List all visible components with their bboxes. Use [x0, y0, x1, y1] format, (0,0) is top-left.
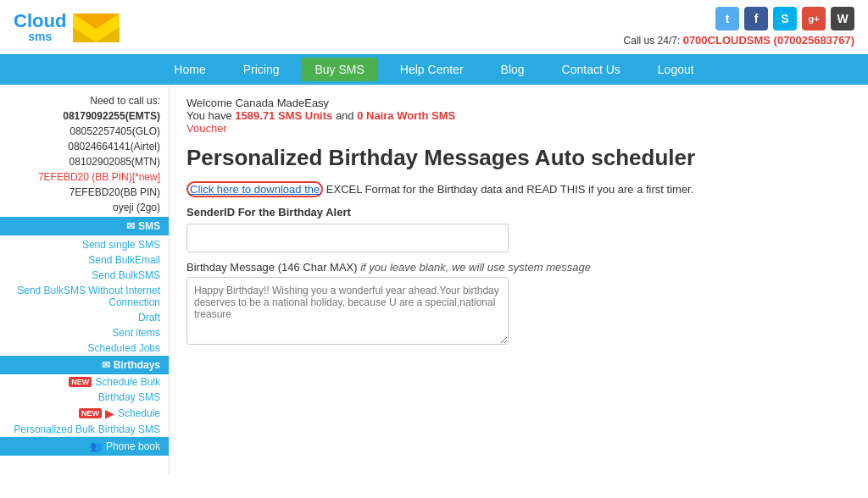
schedule-link[interactable]: NEW ▶ Schedule [0, 405, 169, 422]
envelope-icon: ✉ [126, 220, 135, 232]
wordpress-icon[interactable]: W [831, 7, 854, 30]
phone-bbpin-new: 7EFEBD20 (BB PIN)[*new] [0, 169, 169, 185]
twitter-icon[interactable]: t [715, 7, 739, 30]
voucher-link[interactable]: Voucher [186, 122, 227, 135]
facebook-icon[interactable]: f [744, 7, 768, 30]
nav-contact-us[interactable]: Contact Us [543, 54, 639, 85]
new-badge-schedule: NEW [79, 408, 102, 418]
download-link-row: Click here to download the EXCEL Format … [186, 183, 851, 196]
schedule-bulk-label: Schedule Bulk [95, 376, 160, 388]
send-bulk-email-link[interactable]: Send BulkEmail [0, 252, 169, 268]
need-to-call-label: Need to call us: [0, 93, 169, 108]
skype-icon[interactable]: S [773, 7, 797, 30]
draft-link[interactable]: Draft [0, 310, 169, 325]
logo-envelope-icon [73, 9, 120, 45]
header-right: t f S g+ W Call us 24/7: 0700CLOUDSMS (0… [624, 7, 854, 47]
phone-bbpin: 7EFEBD20(BB PIN) [0, 185, 169, 200]
scheduled-jobs-link[interactable]: Scheduled Jobs [0, 340, 169, 356]
navigation: Home Pricing Buy SMS Help Center Blog Co… [0, 54, 868, 85]
sms-units: 1589.71 SMS Units [235, 109, 332, 122]
envelope2-icon: ✉ [102, 359, 110, 371]
nav-logout[interactable]: Logout [639, 54, 713, 85]
sender-id-label: SenderID For the Birthday Alert [186, 206, 851, 219]
person-icon: 👥 [90, 440, 103, 452]
social-icons: t f S g+ W [624, 7, 854, 30]
google-plus-icon[interactable]: g+ [802, 7, 826, 30]
logo: Cloud sms [14, 9, 120, 45]
call-us-label: Call us 24/7: 0700CLOUDSMS (070025683767… [624, 34, 854, 47]
phone-book-section: 👥 Phone book [0, 437, 169, 456]
personalized-bulk-birthday-link[interactable]: Personalized Bulk Birthday SMS [0, 422, 169, 437]
download-rest-text: EXCEL Format for the Birthday data and R… [326, 183, 694, 196]
send-single-sms-link[interactable]: Send single SMS [0, 237, 169, 252]
sms-section-header: ✉ ✉ SMS SMS [0, 217, 169, 235]
new-badge-schedule-bulk: NEW [69, 377, 92, 387]
sidebar: Need to call us: 08179092255(EMTS) 08052… [0, 85, 170, 474]
main-layout: Need to call us: 08179092255(EMTS) 08052… [0, 85, 868, 474]
nav-help-center[interactable]: Help Center [381, 54, 482, 85]
send-bulk-sms-link[interactable]: Send BulkSMS [0, 268, 169, 283]
phone-2go: oyeji (2go) [0, 200, 169, 215]
header: Cloud sms t f S g+ W Call us 24/7: 0700C… [0, 0, 868, 54]
welcome-bar: Welcome Canada MadeEasy You have 1589.71… [186, 97, 851, 135]
phone-emts: 08179092255(EMTS) [0, 108, 169, 124]
call-number: 0700CLOUDSMS (070025683767) [683, 34, 854, 47]
nav-blog[interactable]: Blog [482, 54, 543, 85]
logo-cloud-text: Cloud [14, 12, 66, 30]
main-content: Welcome Canada MadeEasy You have 1589.71… [170, 85, 868, 474]
birthdays-section-header: ✉ Birthdays [0, 356, 169, 374]
logo-sms-text: sms [28, 30, 52, 42]
arrow-icon: ▶ [105, 407, 114, 420]
download-excel-link[interactable]: Click here to download the [186, 181, 323, 197]
nav-home[interactable]: Home [155, 54, 224, 85]
page-title: Personalized Birthday Messages Auto sche… [186, 145, 851, 171]
phone-mtn: 08102902085(MTN) [0, 154, 169, 169]
naira-sms: 0 Naira Worth SMS [357, 109, 455, 122]
phone-airtel: 08024664141(Airtel) [0, 139, 169, 154]
schedule-label: Schedule [118, 407, 160, 419]
birthday-sms-link[interactable]: Birthday SMS [0, 390, 169, 405]
welcome-text: Welcome Canada MadeEasy [186, 97, 329, 109]
phone-glo: 08052257405(GLO) [0, 124, 169, 139]
nav-pricing[interactable]: Pricing [225, 54, 298, 85]
sent-items-link[interactable]: Sent items [0, 325, 169, 340]
send-bulk-sms-no-internet-link[interactable]: Send BulkSMS Without Internet Connection [0, 283, 169, 310]
birthday-message-textarea[interactable] [186, 277, 509, 345]
sender-id-input[interactable] [186, 224, 509, 252]
nav-buy-sms[interactable]: Buy SMS [301, 58, 377, 81]
message-label: Birthday Message (146 Char MAX) if you l… [186, 261, 851, 274]
schedule-bulk-link[interactable]: NEW Schedule Bulk [0, 374, 169, 390]
